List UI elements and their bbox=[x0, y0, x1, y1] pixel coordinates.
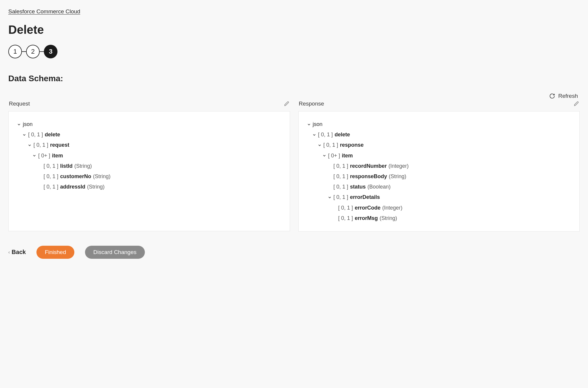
tree-node-type: (String) bbox=[380, 215, 397, 222]
step-1[interactable]: 1 bbox=[8, 45, 22, 58]
back-label: Back bbox=[12, 249, 26, 256]
tree-node-name: status bbox=[350, 183, 366, 191]
tree-row[interactable]: [ 0+ ] item bbox=[17, 151, 281, 161]
tree-node-type: (Boolean) bbox=[368, 183, 391, 191]
tree-node-cardinality: [ 0, 1 ] bbox=[323, 141, 338, 149]
response-column: Response json[ 0, 1 ] delete[ 0, 1 ] res… bbox=[298, 100, 580, 231]
tree-node-name: addressId bbox=[60, 183, 85, 191]
tree-node-type: (String) bbox=[74, 162, 92, 170]
tree-row[interactable]: [ 0+ ] item bbox=[307, 151, 571, 161]
chevron-left-icon: ‹ bbox=[8, 250, 10, 255]
chevron-down-icon[interactable] bbox=[307, 122, 311, 127]
request-column: Request json[ 0, 1 ] delete[ 0, 1 ] requ… bbox=[8, 100, 290, 231]
tree-node-cardinality: [ 0+ ] bbox=[38, 152, 50, 159]
tree-row[interactable]: [ 0, 1 ] delete bbox=[17, 130, 281, 140]
tree-row: [ 0, 1 ] listId (String) bbox=[17, 161, 281, 171]
tree-node-name: response bbox=[340, 141, 364, 149]
tree-row[interactable]: [ 0, 1 ] response bbox=[307, 140, 571, 150]
tree-node-cardinality: [ 0, 1 ] bbox=[33, 141, 48, 149]
tree-node-cardinality: [ 0, 1 ] bbox=[334, 183, 348, 191]
tree-node-cardinality: [ 0, 1 ] bbox=[334, 162, 348, 170]
tree-node-cardinality: [ 0, 1 ] bbox=[334, 173, 348, 180]
tree-node-name: recordNumber bbox=[350, 162, 387, 170]
tree-node-name: customerNo bbox=[60, 173, 91, 180]
chevron-down-icon[interactable] bbox=[312, 133, 316, 137]
tree-node-cardinality: [ 0, 1 ] bbox=[318, 131, 333, 138]
section-title: Data Schema: bbox=[8, 74, 580, 83]
response-panel: json[ 0, 1 ] delete[ 0, 1 ] response[ 0+… bbox=[298, 111, 580, 231]
tree-node-type: (String) bbox=[93, 173, 110, 180]
refresh-label: Refresh bbox=[558, 93, 578, 99]
tree-node-name: errorDetails bbox=[350, 194, 380, 201]
breadcrumb-link[interactable]: Salesforce Commerce Cloud bbox=[8, 8, 80, 15]
tree-node-name: item bbox=[52, 152, 63, 159]
tree-node-cardinality: [ 0, 1 ] bbox=[44, 162, 58, 170]
step-connector bbox=[40, 51, 44, 52]
tree-node-cardinality: [ 0, 1 ] bbox=[338, 204, 353, 212]
tree-node-name: delete bbox=[335, 131, 350, 138]
tree-row: [ 0, 1 ] errorMsg (String) bbox=[307, 213, 571, 223]
tree-row[interactable]: json bbox=[17, 119, 281, 130]
tree-node-cardinality: [ 0, 1 ] bbox=[338, 215, 353, 222]
tree-node-cardinality: [ 0, 1 ] bbox=[28, 131, 43, 138]
step-3[interactable]: 3 bbox=[44, 45, 57, 58]
tree-node-type: (Integer) bbox=[389, 162, 409, 170]
chevron-down-icon[interactable] bbox=[28, 143, 32, 147]
tree-node-name: errorCode bbox=[355, 204, 381, 212]
tree-node-name: responseBody bbox=[350, 173, 387, 180]
chevron-down-icon[interactable] bbox=[322, 154, 326, 158]
tree-node-name: delete bbox=[45, 131, 60, 138]
step-connector bbox=[22, 51, 26, 52]
page-title: Delete bbox=[8, 23, 580, 36]
chevron-down-icon[interactable] bbox=[318, 143, 322, 147]
pencil-icon[interactable] bbox=[574, 101, 579, 106]
refresh-icon bbox=[549, 93, 555, 99]
response-title: Response bbox=[299, 100, 324, 107]
tree-row: [ 0, 1 ] responseBody (String) bbox=[307, 171, 571, 182]
tree-row: [ 0, 1 ] errorCode (Integer) bbox=[307, 203, 571, 213]
tree-node-type: (String) bbox=[87, 183, 105, 191]
tree-node-label: json bbox=[23, 121, 33, 128]
stepper: 1 2 3 bbox=[8, 45, 580, 58]
tree-row: [ 0, 1 ] addressId (String) bbox=[17, 182, 281, 192]
discard-button[interactable]: Discard Changes bbox=[85, 246, 145, 259]
chevron-down-icon[interactable] bbox=[17, 122, 21, 127]
tree-row[interactable]: [ 0, 1 ] errorDetails bbox=[307, 192, 571, 202]
tree-row: [ 0, 1 ] customerNo (String) bbox=[17, 171, 281, 182]
tree-row: [ 0, 1 ] recordNumber (Integer) bbox=[307, 161, 571, 171]
tree-node-cardinality: [ 0+ ] bbox=[328, 152, 340, 159]
chevron-down-icon[interactable] bbox=[328, 195, 332, 199]
tree-row[interactable]: [ 0, 1 ] request bbox=[17, 140, 281, 150]
step-2[interactable]: 2 bbox=[26, 45, 40, 58]
tree-node-name: errorMsg bbox=[355, 215, 378, 222]
request-panel: json[ 0, 1 ] delete[ 0, 1 ] request[ 0+ … bbox=[8, 111, 290, 231]
pencil-icon[interactable] bbox=[284, 101, 289, 106]
tree-node-type: (String) bbox=[389, 173, 406, 180]
tree-row: [ 0, 1 ] status (Boolean) bbox=[307, 182, 571, 192]
tree-row[interactable]: [ 0, 1 ] delete bbox=[307, 130, 571, 140]
tree-node-label: json bbox=[313, 121, 323, 128]
tree-node-name: listId bbox=[60, 162, 73, 170]
tree-row[interactable]: json bbox=[307, 119, 571, 130]
tree-node-cardinality: [ 0, 1 ] bbox=[44, 173, 58, 180]
tree-node-name: item bbox=[342, 152, 353, 159]
back-button[interactable]: ‹ Back bbox=[8, 249, 26, 256]
tree-node-type: (Integer) bbox=[382, 204, 403, 212]
tree-node-cardinality: [ 0, 1 ] bbox=[334, 194, 348, 201]
tree-node-cardinality: [ 0, 1 ] bbox=[44, 183, 58, 191]
request-title: Request bbox=[9, 100, 30, 107]
tree-node-name: request bbox=[50, 141, 69, 149]
chevron-down-icon[interactable] bbox=[22, 133, 26, 137]
refresh-button[interactable]: Refresh bbox=[8, 93, 580, 99]
chevron-down-icon[interactable] bbox=[32, 154, 36, 158]
finished-button[interactable]: Finished bbox=[36, 246, 74, 259]
